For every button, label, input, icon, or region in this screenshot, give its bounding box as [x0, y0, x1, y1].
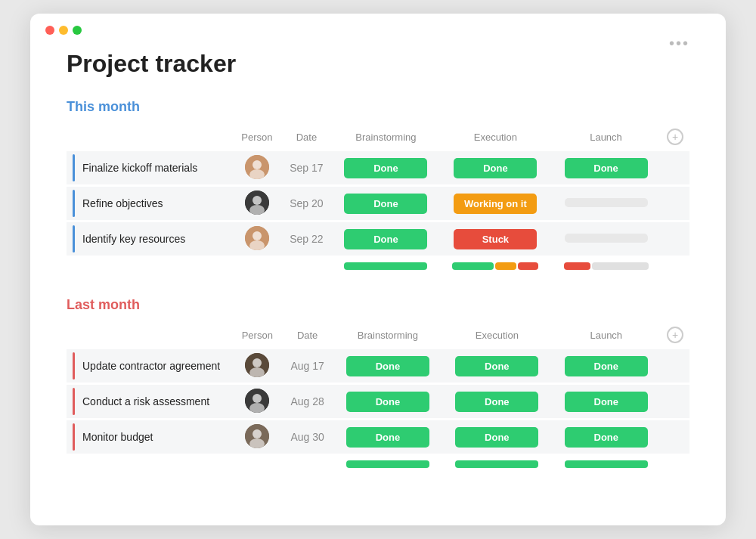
status-badge-brainstorming[interactable]: Done	[346, 427, 429, 448]
add-row-button[interactable]: +	[667, 129, 683, 145]
task-date: Sep 17	[281, 151, 332, 186]
col-header-person: Person	[233, 125, 281, 151]
avatar	[245, 389, 269, 413]
col-header-execution: Execution	[442, 324, 551, 349]
task-date: Aug 30	[282, 420, 333, 455]
section-this-month: This monthPersonDateBrainstormingExecuti…	[67, 99, 689, 270]
task-name: Monitor budget	[82, 431, 153, 443]
close-dot[interactable]	[45, 26, 54, 35]
task-date: Sep 20	[281, 186, 332, 221]
status-badge-execution[interactable]: Done	[454, 158, 537, 178]
page-title: Project tracker	[67, 50, 689, 78]
task-bar	[73, 154, 75, 181]
col-header-date: Date	[281, 125, 332, 151]
maximize-dot[interactable]	[73, 26, 82, 35]
status-badge-brainstorming[interactable]: Done	[344, 158, 427, 178]
svg-point-1	[253, 160, 262, 169]
task-date: Aug 28	[282, 384, 333, 420]
table-row: Update contractor agreement Aug 17DoneDo…	[67, 349, 689, 384]
summary-row	[67, 257, 689, 271]
task-bar	[73, 388, 75, 415]
section-title-last-month: Last month	[67, 297, 689, 313]
table-row: Conduct a risk assessment Aug 28DoneDone…	[67, 384, 689, 420]
svg-point-10	[253, 358, 262, 367]
table-row: Identify key resources Sep 22DoneStuck	[67, 221, 689, 257]
task-name: Conduct a risk assessment	[82, 395, 209, 407]
table-row: Finalize kickoff materials Sep 17DoneDon…	[67, 151, 689, 186]
status-badge-launch[interactable]: Done	[565, 427, 648, 448]
status-badge-brainstorming[interactable]: Done	[346, 392, 429, 412]
content-area: Project tracker ••• This monthPersonDate…	[30, 35, 726, 468]
task-name: Finalize kickoff materials	[82, 162, 197, 174]
status-badge-brainstorming[interactable]: Done	[346, 356, 429, 376]
status-badge-execution[interactable]: Done	[455, 392, 538, 412]
col-header-date: Date	[282, 324, 333, 349]
more-options-button[interactable]: •••	[669, 35, 689, 52]
sections-container: This monthPersonDateBrainstormingExecuti…	[67, 99, 689, 468]
svg-point-16	[253, 429, 262, 438]
status-badge-brainstorming[interactable]: Done	[344, 194, 427, 214]
col-header-brainstorming: Brainstorming	[333, 324, 442, 349]
summary-bar-launch	[557, 262, 655, 270]
section-title-this-month: This month	[67, 99, 689, 115]
svg-point-7	[253, 231, 262, 240]
summary-bar-execution	[448, 460, 545, 468]
task-bar	[73, 225, 75, 252]
status-badge-launch-empty[interactable]	[565, 198, 648, 207]
task-bar	[73, 352, 75, 379]
task-name: Update contractor agreement	[82, 360, 220, 372]
task-date: Aug 17	[282, 349, 333, 384]
status-badge-brainstorming[interactable]: Done	[344, 229, 427, 249]
status-badge-launch[interactable]: Done	[565, 392, 648, 412]
main-window: Project tracker ••• This monthPersonDate…	[30, 14, 726, 525]
task-bar	[73, 423, 75, 451]
summary-row	[67, 455, 689, 469]
add-row-button[interactable]: +	[667, 327, 683, 343]
table-row: Monitor budget Aug 30DoneDoneDone	[67, 420, 689, 455]
summary-bar-brainstorming	[338, 262, 434, 270]
task-bar	[73, 190, 75, 217]
col-header-execution: Execution	[440, 125, 551, 151]
col-header-brainstorming: Brainstorming	[332, 125, 440, 151]
svg-point-4	[253, 196, 262, 205]
section-last-month: Last monthPersonDateBrainstormingExecuti…	[67, 297, 689, 468]
titlebar	[30, 14, 726, 35]
avatar	[245, 191, 269, 215]
col-header-launch: Launch	[552, 324, 661, 349]
avatar	[245, 353, 269, 377]
avatar	[245, 424, 269, 448]
status-badge-execution[interactable]: Done	[455, 356, 538, 376]
table-this-month: PersonDateBrainstormingExecutionLaunch+F…	[67, 125, 689, 270]
task-date: Sep 22	[281, 221, 332, 257]
col-header-person: Person	[233, 324, 282, 349]
status-badge-execution[interactable]: Done	[455, 427, 538, 448]
status-badge-launch[interactable]: Done	[565, 158, 648, 178]
col-header-launch: Launch	[551, 125, 661, 151]
status-badge-execution[interactable]: Working on it	[454, 194, 537, 214]
minimize-dot[interactable]	[59, 26, 68, 35]
task-name: Refine objectives	[82, 197, 163, 209]
svg-point-13	[253, 394, 262, 403]
status-badge-launch-empty[interactable]	[565, 234, 648, 243]
table-last-month: PersonDateBrainstormingExecutionLaunch+U…	[67, 324, 689, 468]
summary-bar-brainstorming	[339, 460, 436, 468]
avatar	[245, 226, 269, 250]
summary-bar-launch	[558, 460, 655, 468]
table-row: Refine objectives Sep 20DoneWorking on i…	[67, 186, 689, 221]
summary-bar-execution	[446, 262, 545, 270]
status-badge-execution[interactable]: Stuck	[454, 229, 537, 249]
avatar	[245, 155, 269, 179]
task-name: Identify key resources	[82, 233, 185, 245]
status-badge-launch[interactable]: Done	[565, 356, 648, 376]
